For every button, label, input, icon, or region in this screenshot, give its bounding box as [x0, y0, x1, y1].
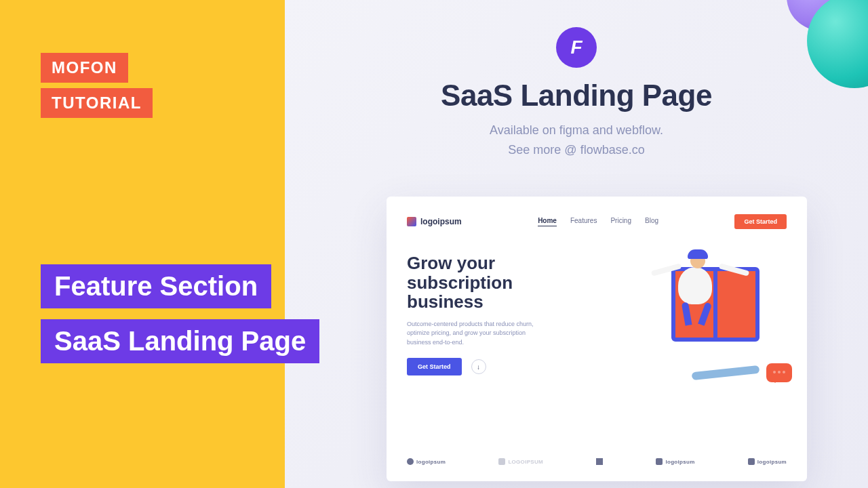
logo-strip: logoipsum LOGOIPSUM logoipsum logoipsum — [407, 458, 787, 465]
logo-glyph: F — [570, 37, 582, 58]
get-started-nav-button[interactable]: Get Started — [734, 214, 787, 229]
preview-nav: logoipsum Home Features Pricing Blog Get… — [407, 214, 787, 229]
nav-pricing[interactable]: Pricing — [610, 217, 631, 226]
title-line-1: Feature Section — [41, 264, 271, 308]
hero-text: Grow your subscription business Outcome-… — [407, 253, 549, 375]
hero-row: Grow your subscription business Outcome-… — [407, 253, 787, 389]
partner-logo-5: logoipsum — [748, 458, 787, 465]
top-tags: MOFON TUTORIAL — [41, 53, 153, 123]
nav-blog[interactable]: Blog — [645, 217, 658, 226]
preview-card: logoipsum Home Features Pricing Blog Get… — [387, 197, 807, 481]
partner-logo-4: logoipsum — [656, 458, 694, 465]
hero-desc: Outcome-centered products that reduce ch… — [407, 320, 549, 348]
skateboard-graphic — [692, 365, 760, 380]
page-subtitle-1: Available on figma and webflow. — [285, 121, 868, 140]
partner-logo-3 — [596, 458, 603, 465]
header-area: F SaaS Landing Page Available on figma a… — [285, 27, 868, 160]
get-started-hero-button[interactable]: Get Started — [407, 358, 462, 375]
hero-title: Grow your subscription business — [407, 253, 549, 312]
tutorial-tag: TUTORIAL — [41, 88, 153, 118]
nav-home[interactable]: Home — [538, 217, 557, 226]
partner-logo-1: logoipsum — [407, 458, 446, 465]
title-line-2: SaaS Landing Page — [41, 319, 319, 363]
hero-illustration — [556, 253, 787, 389]
preview-menu: Home Features Pricing Blog — [538, 217, 658, 226]
scroll-down-button[interactable]: ↓ — [471, 359, 486, 374]
bottom-titles: Feature Section SaaS Landing Page — [41, 264, 319, 374]
speech-bubble-icon — [766, 363, 792, 382]
preview-logo[interactable]: logoipsum — [407, 217, 462, 226]
nav-features[interactable]: Features — [570, 217, 597, 226]
flowbase-logo-icon: F — [556, 27, 597, 68]
preview-logo-text: logoipsum — [420, 217, 462, 226]
page-heading: SaaS Landing Page — [285, 79, 868, 113]
preview-logo-mark-icon — [407, 217, 416, 226]
arrow-down-icon: ↓ — [477, 363, 480, 371]
brand-tag: MOFON — [41, 53, 128, 83]
skater-graphic — [665, 247, 746, 355]
hero-actions: Get Started ↓ — [407, 358, 549, 375]
partner-logo-2: LOGOIPSUM — [498, 458, 543, 465]
page-subtitle-2: See more @ flowbase.co — [285, 140, 868, 160]
